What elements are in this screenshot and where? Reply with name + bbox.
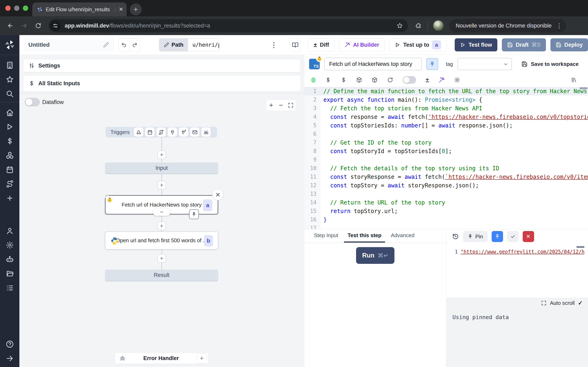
pinned-step-icon[interactable]	[189, 209, 199, 219]
add-step-button[interactable]	[157, 222, 166, 230]
contextual-variables-icon[interactable]	[341, 77, 347, 83]
ai-assist-icon[interactable]	[439, 77, 445, 83]
docs-button[interactable]	[290, 38, 301, 51]
code-line[interactable]: 5 const topStoriesIds: number[] = await …	[304, 121, 588, 130]
tab-advanced[interactable]: Advanced	[387, 229, 418, 243]
history-icon[interactable]	[452, 233, 459, 240]
sidebar-item-workers[interactable]	[6, 255, 14, 263]
reset-icon[interactable]	[387, 77, 393, 83]
add-step-button[interactable]	[157, 150, 166, 159]
path-value[interactable]: u/henri/pin	[188, 39, 219, 51]
code-line[interactable]: 3 // Fetch the top stories from Hacker N…	[304, 104, 588, 113]
pin-toggle-button[interactable]	[426, 58, 438, 70]
all-static-inputs-row[interactable]: All Static Inputs	[23, 75, 301, 92]
sidebar-item-schedules[interactable]	[6, 166, 14, 174]
pinned-value[interactable]: "https://www.geoffreylitt.com/2025/04/12…	[461, 249, 584, 255]
webhook-trigger-icon[interactable]	[134, 127, 143, 137]
deploy-button[interactable]: Deploy	[550, 38, 588, 51]
profile-avatar[interactable]	[433, 20, 444, 31]
diff-button[interactable]: ± Diff	[308, 38, 334, 51]
websocket-trigger-icon[interactable]	[168, 127, 177, 137]
ai-builder-button[interactable]: AI Builder	[339, 38, 385, 51]
step-title-input[interactable]: Fetch url of HackerNews top story	[324, 58, 422, 70]
site-info-icon[interactable]	[50, 20, 61, 31]
tab-step-input[interactable]: Step Input	[310, 229, 342, 243]
code-line[interactable]: 16}	[304, 215, 588, 224]
code-line[interactable]: 9	[304, 155, 588, 164]
windmill-logo[interactable]	[4, 39, 16, 50]
editor-settings-icon[interactable]	[454, 77, 460, 83]
pinned-data-editor[interactable]: 1 "https://www.geoffreylitt.com/2025/04/…	[451, 246, 584, 258]
collapse-step-icon[interactable]	[153, 208, 171, 216]
sidebar-item-variables[interactable]	[6, 137, 14, 145]
tab-test-this-step[interactable]: Test this step	[344, 229, 385, 243]
sidebar-item-favorites[interactable]	[6, 75, 14, 83]
clear-pin-button[interactable]: ✕	[523, 231, 534, 242]
minimize-window-button[interactable]	[14, 6, 19, 11]
code-scrollbar[interactable]	[580, 87, 587, 89]
edit-pencil-icon[interactable]	[103, 42, 109, 48]
zoom-out-icon[interactable]	[278, 102, 284, 108]
kafka-trigger-icon[interactable]	[179, 127, 188, 137]
code-line[interactable]: 2export async function main(): Promise<s…	[304, 95, 588, 104]
forward-icon[interactable]	[18, 20, 30, 32]
undo-button[interactable]	[119, 39, 130, 51]
pin-button[interactable]: Pin	[463, 231, 488, 242]
http-route-trigger-icon[interactable]	[156, 127, 166, 137]
code-line[interactable]: 12 const topStory = await storyResponse.…	[304, 181, 588, 190]
flow-settings-row[interactable]: Settings	[23, 59, 301, 72]
step-a-id-badge[interactable]: a	[203, 200, 212, 211]
sidebar-item-routes[interactable]	[6, 180, 14, 188]
code-editor[interactable]: 1// Define the main function to fetch th…	[304, 87, 588, 229]
new-tab-button[interactable]	[130, 3, 142, 15]
draft-button[interactable]: Draft ⌘S	[502, 38, 546, 51]
redo-button[interactable]	[129, 39, 140, 51]
sidebar-item-audit-logs[interactable]	[6, 284, 14, 292]
error-handler-node[interactable]: Error Handler	[115, 352, 209, 364]
test-flow-button[interactable]: Test flow	[455, 38, 497, 51]
reload-icon[interactable]	[32, 20, 44, 32]
more-options-icon[interactable]: ⋮	[270, 41, 277, 49]
schedule-trigger-icon[interactable]	[145, 127, 155, 137]
code-line[interactable]: 6	[304, 130, 588, 138]
browser-tab[interactable]: Edit Flow u/henri/pin_results | ✕	[32, 2, 127, 16]
expand-sidebar-icon[interactable]	[6, 354, 14, 363]
tab-close-icon[interactable]: ✕	[119, 6, 123, 13]
triggers-node[interactable]: Triggers	[105, 127, 217, 137]
sidebar-item-folders[interactable]	[6, 269, 14, 278]
search-icon[interactable]	[6, 90, 14, 98]
url-text[interactable]: app.windmill.dev/flows/edit/u/henri/pin_…	[65, 23, 392, 29]
run-button[interactable]: Run ⌘↵	[356, 247, 394, 264]
test-up-to-button[interactable]: Test up to a	[389, 38, 447, 51]
fit-view-icon[interactable]	[288, 102, 294, 108]
resources-icon[interactable]	[356, 77, 362, 83]
pinned-active-button[interactable]	[492, 231, 503, 242]
add-step-button[interactable]	[157, 181, 166, 189]
input-node[interactable]: Input	[105, 162, 218, 174]
code-line[interactable]: 11 const storyResponse = await fetch(`ht…	[304, 173, 588, 181]
code-line[interactable]: 7 // Get the ID of the top story	[304, 138, 588, 147]
back-icon[interactable]	[4, 20, 16, 32]
sidebar-item-runs[interactable]	[6, 123, 14, 131]
sidebar-item-home[interactable]	[6, 108, 14, 117]
tag-select[interactable]	[458, 58, 512, 70]
bookmark-star-icon[interactable]	[396, 22, 404, 30]
sidebar-item-resources[interactable]	[6, 151, 14, 159]
step-b-id-badge[interactable]: b	[204, 235, 213, 247]
help-icon[interactable]	[6, 340, 14, 348]
step-node-b[interactable]: Open url and fetch first 500 words of ..…	[105, 231, 218, 250]
zoom-in-icon[interactable]	[268, 102, 274, 108]
email-trigger-icon[interactable]	[190, 127, 199, 137]
sidebar-item-users[interactable]	[6, 227, 14, 235]
save-to-workspace-button[interactable]: Save to workspace	[521, 61, 579, 67]
code-line[interactable]: 14 // Return the URL of the top story	[304, 198, 588, 207]
auto-scroll-row[interactable]: Auto scroll ✓	[446, 298, 588, 308]
editor-toggle[interactable]	[403, 76, 416, 84]
maximize-window-button[interactable]	[23, 6, 28, 11]
flow-name-field[interactable]: Untitled	[24, 38, 114, 51]
resource-types-icon[interactable]	[372, 77, 378, 83]
add-step-button[interactable]	[157, 254, 166, 263]
accept-button[interactable]	[507, 231, 519, 242]
polling-trigger-icon[interactable]	[201, 127, 211, 137]
test-up-to-step-badge[interactable]: a	[432, 40, 441, 49]
